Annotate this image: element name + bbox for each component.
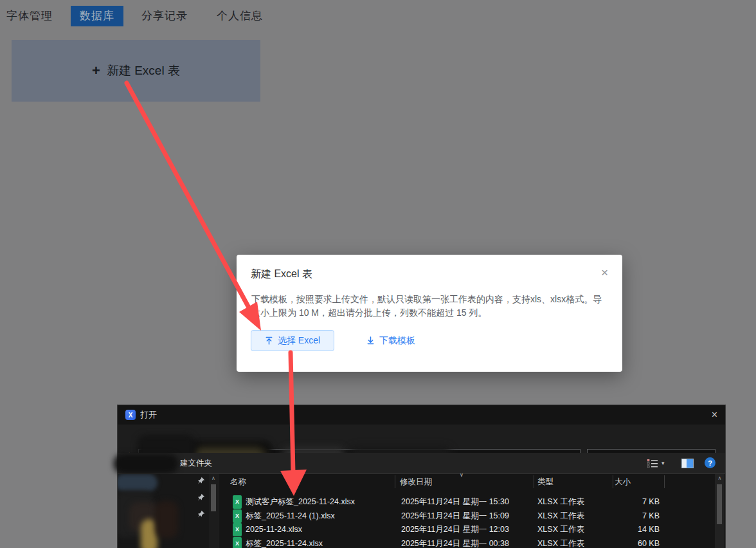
redacted-blur (114, 454, 178, 473)
pin-icon[interactable] (197, 493, 205, 502)
file-row[interactable]: X 标签_2025-11-24 (1).xlsx 2025年11月24日 星期一… (219, 509, 716, 523)
help-icon[interactable]: ? (705, 457, 716, 468)
column-divider[interactable] (664, 475, 665, 488)
file-date: 2025年11月24日 星期一 12:03 (401, 523, 509, 536)
modal-body-line2: 大小上限为 10 M，超出请分批上传，列数不能超过 15 列。 (251, 307, 487, 318)
scroll-up-icon[interactable]: ∧ (715, 475, 724, 481)
tab-database[interactable]: 数据库 (71, 6, 123, 26)
scrollbar-thumb[interactable] (717, 484, 722, 524)
file-date: 2025年11月24日 星期一 15:09 (401, 509, 509, 523)
column-header-date[interactable]: 修改日期 (400, 474, 432, 489)
file-size: 60 KB (579, 537, 660, 548)
file-type: XLSX 工作表 (537, 537, 584, 548)
upload-icon (265, 336, 273, 345)
new-excel-card-label: 新建 Excel 表 (107, 62, 180, 79)
select-excel-label: 选择 Excel (278, 335, 320, 347)
plus-icon: + (92, 64, 100, 78)
pin-icon[interactable] (197, 477, 205, 485)
open-file-dialog: X 打开 × ← ) down ∨ ⟳ 搜索"down" (118, 405, 725, 548)
file-size: 14 KB (579, 523, 660, 536)
modal-title: 新建 Excel 表 (251, 268, 312, 281)
redacted-blur (155, 501, 178, 538)
excel-file-icon: X (233, 495, 242, 509)
filelist-scrollbar[interactable]: ∧ (715, 474, 724, 548)
file-type: XLSX 工作表 (537, 495, 584, 509)
download-template-link[interactable]: 下载模板 (366, 330, 415, 351)
column-header-type[interactable]: 类型 (537, 474, 554, 489)
column-header-name[interactable]: 名称 (230, 474, 246, 489)
file-name[interactable]: 标签_2025-11-24.xlsx (246, 537, 323, 548)
dialog-title: 打开 (140, 405, 157, 425)
dialog-body: 11 ∧ 名称 修改日期 类型 大小 ∨ (118, 474, 725, 548)
screen: 字体管理 数据库 分享记录 个人信息 + 新建 Excel 表 新建 Excel… (0, 0, 756, 548)
navigation-pane[interactable]: 11 (118, 474, 209, 548)
dialog-close-icon[interactable]: × (712, 405, 717, 425)
file-size: 7 KB (579, 509, 660, 523)
dialog-toolbar: 建文件夹 ▾ ? (118, 453, 725, 474)
arrow-line (127, 83, 249, 309)
dialog-nav-row: ← ) down ∨ ⟳ 搜索"down" (118, 425, 725, 453)
file-name[interactable]: 标签_2025-11-24 (1).xlsx (246, 509, 335, 523)
file-name[interactable]: 测试客户标签_2025-11-24.xlsx (246, 495, 355, 509)
modal-body-text: 下载模板，按照要求上传文件，默认只读取第一张工作表的内容，支持xls、xlsx格… (251, 293, 611, 320)
scroll-up-icon[interactable]: ∧ (209, 475, 218, 481)
modal-body-line1: 下载模板，按照要求上传文件，默认只读取第一张工作表的内容，支持xls、xlsx格… (251, 294, 602, 304)
sort-indicator-icon: ∨ (460, 472, 464, 478)
file-list: 名称 修改日期 类型 大小 ∨ X 测试客户标签_2025-11-24.xlsx… (219, 474, 716, 548)
file-date: 2025年11月24日 星期一 00:38 (401, 537, 509, 548)
new-excel-modal: 新建 Excel 表 × 下载模板，按照要求上传文件，默认只读取第一张工作表的内… (237, 255, 622, 372)
preview-pane-blue (687, 459, 693, 468)
preview-pane-icon[interactable] (681, 459, 694, 468)
dialog-titlebar[interactable]: X 打开 × (118, 405, 725, 425)
select-excel-button[interactable]: 选择 Excel (251, 330, 334, 351)
close-icon[interactable]: × (601, 266, 608, 279)
tab-personal-info[interactable]: 个人信息 (217, 6, 263, 26)
column-divider[interactable] (613, 475, 613, 488)
file-name[interactable]: 2025-11-24.xlsx (246, 523, 302, 536)
scrollbar-thumb[interactable] (211, 484, 216, 511)
details-view-icon[interactable] (647, 459, 659, 468)
column-header-size[interactable]: 大小 (615, 474, 631, 489)
column-divider[interactable] (534, 475, 534, 488)
file-row[interactable]: X 测试客户标签_2025-11-24.xlsx 2025年11月24日 星期一… (219, 495, 716, 509)
tab-font-management[interactable]: 字体管理 (6, 6, 53, 26)
tab-share-records[interactable]: 分享记录 (141, 6, 188, 26)
file-type: XLSX 工作表 (537, 509, 584, 523)
download-icon (366, 336, 375, 345)
redacted-blur (118, 474, 158, 491)
new-folder-button[interactable]: 建文件夹 (180, 453, 212, 474)
file-type: XLSX 工作表 (537, 523, 584, 536)
excel-file-icon: X (233, 509, 242, 523)
download-template-label: 下载模板 (379, 335, 415, 347)
navpane-scrollbar[interactable]: ∧ (209, 474, 218, 548)
app-icon: X (125, 410, 136, 420)
column-divider[interactable] (395, 475, 395, 488)
file-date: 2025年11月24日 星期一 15:30 (401, 495, 509, 509)
excel-file-icon: X (233, 523, 242, 536)
new-excel-card-button[interactable]: + 新建 Excel 表 (12, 40, 260, 102)
file-list-header: 名称 修改日期 类型 大小 ∨ (219, 474, 716, 489)
file-row[interactable]: X 2025-11-24.xlsx 2025年11月24日 星期一 12:03 … (219, 523, 716, 536)
file-row[interactable]: X 标签_2025-11-24.xlsx 2025年11月24日 星期一 00:… (219, 537, 716, 548)
excel-file-icon: X (233, 537, 242, 548)
view-dropdown-caret-icon[interactable]: ▾ (662, 453, 665, 474)
file-size: 7 KB (579, 495, 660, 509)
pin-icon[interactable] (197, 510, 205, 518)
